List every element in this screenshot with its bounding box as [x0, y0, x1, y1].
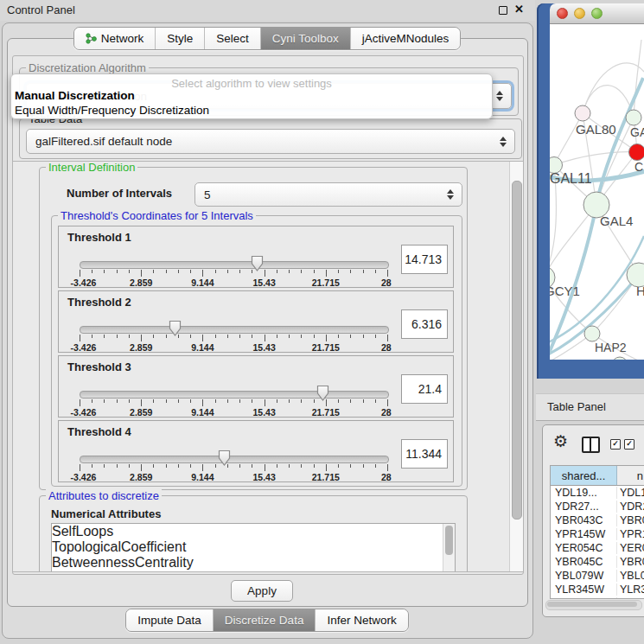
apply-button-label: Apply	[247, 584, 277, 597]
network-edge[interactable]	[634, 40, 641, 118]
float-window-icon[interactable]	[499, 6, 507, 15]
algorithm-popup: Select algorithm to view settings Manual…	[10, 73, 493, 119]
table-row[interactable]: YLR345WYLR3	[551, 583, 644, 596]
table-data-combo[interactable]: galFiltered.sif default node	[26, 129, 515, 154]
slider-tick-label: 28	[381, 277, 392, 288]
popup-option-manual[interactable]: Manual Discretization	[15, 89, 135, 102]
tab-select[interactable]: Select	[204, 28, 260, 49]
slider-tick-label: -3.426	[71, 277, 97, 288]
threshold-label: Threshold 4	[67, 425, 131, 438]
attributes-scrollbar-thumb[interactable]	[445, 526, 453, 555]
tab-infer-network[interactable]: Infer Network	[315, 609, 407, 631]
tab-label: Cyni Toolbox	[272, 32, 339, 45]
slider-tick-label: 21.715	[312, 407, 340, 418]
threshold-value-field[interactable]: 14.713	[401, 245, 448, 274]
threshold-slider-track[interactable]	[80, 326, 389, 334]
tab-cyni-toolbox[interactable]: Cyni Toolbox	[260, 28, 350, 49]
num-intervals-combo[interactable]: 5	[194, 182, 462, 207]
network-canvas[interactable]: GAL80GACGAL11GAL4GCY1HHAP2	[550, 24, 644, 360]
tab-jactivemnodules[interactable]: jActiveMNodules	[350, 28, 461, 49]
numerical-attributes-list[interactable]: SelfLoopsTopologicalCoefficientBetweenne…	[51, 523, 456, 572]
threshold-slider-thumb[interactable]	[316, 385, 329, 402]
network-node-label: C	[634, 160, 643, 174]
table-row[interactable]: YPR145WYPR1	[551, 527, 644, 541]
threshold-slider-thumb[interactable]	[169, 320, 182, 337]
close-traffic-light-icon[interactable]	[557, 8, 568, 19]
network-node[interactable]	[575, 105, 590, 121]
thresholds-group-label: Threshold's Coordinates for 5 Intervals	[58, 209, 256, 222]
threshold-value: 11.344	[405, 447, 442, 461]
list-item[interactable]: SelfLoops	[52, 524, 455, 539]
node-table: shared... n YDL19...YDL1YDR27...YDR2YBR0…	[550, 465, 644, 599]
checkbox-icon[interactable]: ✓	[610, 439, 621, 450]
network-node[interactable]	[612, 357, 628, 360]
tab-discretize-data[interactable]: Discretize Data	[213, 609, 316, 631]
table-horizontal-scrollbar[interactable]	[545, 600, 642, 610]
slider-tick-label: 9.144	[191, 342, 214, 353]
slider-tick-label: 2.859	[130, 407, 152, 418]
thresholds-container: Threshold 1-3.4262.8599.14415.4321.71528…	[58, 226, 454, 485]
table-row[interactable]: YIL052CYIL0	[551, 596, 644, 599]
slider-tick-label: 9.144	[191, 472, 214, 482]
slider-tick-label: -3.426	[71, 472, 97, 482]
tab-impute-data[interactable]: Impute Data	[126, 609, 213, 631]
threshold-slider-track[interactable]	[80, 261, 389, 269]
checkbox-icon[interactable]: ✓	[624, 439, 634, 450]
list-item[interactable]: BetweennessCentrality	[52, 555, 455, 571]
network-node[interactable]	[626, 110, 641, 125]
table-row[interactable]: YBR045CYBR0	[551, 555, 644, 569]
num-intervals-label: Number of Intervals	[67, 187, 172, 200]
threshold-slider-thumb[interactable]	[218, 450, 231, 467]
threshold-panel-3: Threshold 3-3.4262.8599.14415.4321.71528…	[58, 355, 454, 418]
slider-ticks	[80, 335, 387, 342]
cell-name: YBL0	[616, 570, 644, 582]
slider-tick-label: 28	[381, 407, 392, 418]
threshold-slider-thumb[interactable]	[251, 255, 264, 272]
slider-tick-label: 28	[381, 472, 392, 482]
popup-option-equal-width[interactable]: Equal Width/Frequency Discretization	[15, 104, 209, 117]
table-panel-titlebar: Table Panel	[536, 393, 644, 421]
numerical-attributes-label: Numerical Attributes	[51, 507, 161, 520]
list-item[interactable]: TopologicalCoefficient	[52, 539, 455, 555]
slider-tick-labels: -3.4262.8599.14415.4321.71528	[80, 472, 387, 482]
network-edge[interactable]	[554, 113, 583, 165]
slider-tick-label: -3.426	[71, 407, 97, 418]
close-icon[interactable]: ✕	[514, 3, 524, 16]
slider-tick-label: 21.715	[312, 277, 340, 288]
split-view-icon[interactable]	[582, 437, 600, 453]
threshold-panel-2: Threshold 2-3.4262.8599.14415.4321.71528…	[58, 290, 454, 353]
threshold-slider-track[interactable]	[80, 391, 389, 399]
threshold-label: Threshold 3	[67, 360, 131, 373]
settings-scroll-viewport: Interval Definition Number of Intervals …	[12, 161, 524, 572]
settings-scrollbar-thumb[interactable]	[512, 181, 522, 520]
threshold-value-field[interactable]: 11.344	[401, 439, 448, 469]
gear-icon[interactable]: ⚙	[553, 433, 568, 450]
table-row[interactable]: YBR043CYBR0	[551, 513, 644, 527]
interval-definition-label: Interval Definition	[46, 161, 137, 174]
network-node[interactable]	[584, 326, 600, 341]
top-tab-bar: NetworkStyleSelectCyni ToolboxjActiveMNo…	[0, 27, 534, 50]
tab-style[interactable]: Style	[155, 28, 204, 49]
table-horizontal-scrollbar-thumb[interactable]	[547, 602, 637, 607]
column-header-name[interactable]: n	[617, 466, 644, 485]
table-row[interactable]: YBL079WYBL0	[551, 569, 644, 583]
threshold-value-field[interactable]: 21.4	[401, 374, 448, 404]
tab-label: jActiveMNodules	[362, 32, 450, 45]
network-node[interactable]	[629, 144, 644, 161]
network-edge[interactable]	[554, 152, 637, 165]
slider-tick-label: 15.43	[252, 342, 275, 353]
cell-shared-name: YPR145W	[551, 528, 616, 540]
table-row[interactable]: YDL19...YDL1	[551, 486, 644, 500]
settings-scrollbar[interactable]	[509, 162, 523, 571]
table-row[interactable]: YDR27...YDR2	[551, 500, 644, 513]
threshold-value-field[interactable]: 6.316	[401, 309, 448, 339]
threshold-slider-track[interactable]	[80, 456, 389, 463]
table-row[interactable]: YER054CYER0	[551, 541, 644, 555]
apply-button[interactable]: Apply	[231, 580, 293, 602]
zoom-traffic-light-icon[interactable]	[591, 8, 603, 19]
attributes-scrollbar[interactable]	[443, 524, 455, 572]
minimize-traffic-light-icon[interactable]	[574, 8, 585, 19]
tab-network[interactable]: Network	[74, 28, 156, 49]
slider-tick-label: 9.144	[191, 407, 214, 418]
column-header-shared-name[interactable]: shared...	[551, 466, 617, 485]
